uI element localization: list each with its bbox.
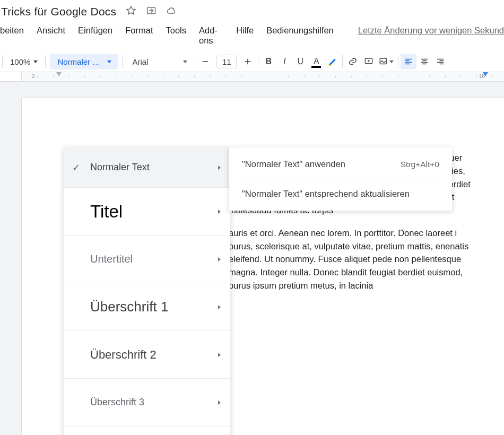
menu-bar: beiten Ansicht Einfügen Format Tools Add… [0, 22, 504, 51]
insert-comment-button[interactable] [361, 54, 377, 69]
style-menu-item[interactable]: Überschrift 2 [64, 331, 230, 379]
menu-hilfe[interactable]: Hilfe [236, 25, 254, 46]
check-icon: ✓ [72, 162, 80, 173]
submenu-label: "Normaler Text" anwenden [242, 159, 345, 169]
font-family-label: Arial [132, 57, 148, 66]
chevron-right-icon [218, 304, 221, 310]
style-menu-item[interactable]: Untertitel [64, 236, 230, 283]
style-menu-label: Titel [90, 202, 123, 222]
italic-button[interactable]: I [276, 54, 292, 69]
submenu-shortcut: Strg+Alt+0 [401, 160, 439, 169]
paragraph-style-menu: ✓Normaler TextTitelUntertitelÜberschrift… [64, 147, 230, 435]
decrease-font-button[interactable] [197, 54, 213, 69]
text-color-button[interactable]: A [308, 54, 324, 69]
chevron-right-icon [218, 399, 221, 406]
style-menu-item[interactable]: Optionen [64, 427, 230, 435]
style-menu-item[interactable]: Titel [64, 188, 230, 236]
star-icon[interactable] [126, 5, 136, 18]
zoom-value: 100% [10, 57, 30, 66]
paragraph-style-label: Normaler T... [57, 57, 102, 66]
underline-button[interactable]: U [292, 54, 308, 69]
style-menu-label: Überschrift 1 [90, 299, 168, 315]
style-menu-item[interactable]: ✓Normaler Text [64, 147, 230, 188]
zoom-combo[interactable]: 100% [5, 57, 43, 66]
increase-font-button[interactable] [240, 54, 256, 69]
style-menu-label: Untertitel [90, 253, 133, 265]
align-right-button[interactable] [432, 54, 448, 69]
align-center-button[interactable] [416, 54, 432, 69]
document-title[interactable]: Tricks für Google Docs [0, 5, 116, 18]
toolbar: 100% Normaler T... Arial B I U A [0, 51, 504, 72]
menu-einfuegen[interactable]: Einfügen [78, 25, 112, 46]
font-size-input[interactable] [216, 55, 237, 68]
bold-button[interactable]: B [260, 54, 276, 69]
style-menu-item[interactable]: Überschrift 3 [64, 379, 230, 427]
style-menu-label: Normaler Text [90, 162, 150, 173]
ruler-ticks: · · · · · · · · · · · · · · · · · · · · … [21, 72, 504, 81]
last-change-link[interactable]: Letzte Änderung vor wenigen Sekund [358, 25, 504, 46]
insert-link-button[interactable] [345, 54, 361, 69]
style-menu-label: Überschrift 2 [90, 348, 157, 362]
ruler[interactable]: 2 16 · · · · · · · · · · · · · · · · · ·… [0, 72, 504, 82]
highlight-button[interactable] [324, 54, 340, 69]
canvas: Veranschaulichung der Funktionen in Goog… [0, 82, 504, 435]
style-menu-item[interactable]: Überschrift 1 [64, 283, 230, 331]
submenu-apply-style[interactable]: "Normaler Text" anwenden Strg+Alt+0 [229, 152, 452, 177]
submenu-update-style[interactable]: "Normaler Text" entsprechend aktualisier… [229, 181, 452, 206]
title-bar: Tricks für Google Docs [0, 0, 504, 22]
submenu-label: "Normaler Text" entsprechend aktualisier… [242, 189, 410, 199]
chevron-down-icon [33, 60, 38, 63]
submenu-divider [239, 179, 442, 179]
style-menu-label: Überschrift 3 [90, 397, 144, 408]
align-left-button[interactable] [401, 54, 416, 69]
paragraph[interactable]: auris et orci. Aenean nec lorem. In port… [229, 227, 477, 292]
menu-bedienungshilfen[interactable]: Bedienungshilfen [266, 25, 334, 46]
chevron-right-icon [218, 164, 221, 171]
chevron-right-icon [218, 208, 221, 215]
menu-addons[interactable]: Add-ons [199, 25, 223, 46]
cloud-icon[interactable] [166, 5, 177, 18]
chevron-down-icon [389, 60, 394, 63]
paragraph-style-submenu: "Normaler Text" anwenden Strg+Alt+0 "Nor… [229, 147, 452, 211]
menu-bearbeiten[interactable]: beiten [0, 25, 24, 46]
move-icon[interactable] [146, 5, 157, 18]
chevron-right-icon [218, 352, 221, 358]
insert-image-button[interactable] [377, 54, 396, 69]
title-icons [126, 5, 177, 18]
paragraph-style-combo[interactable]: Normaler T... [50, 54, 118, 69]
chevron-right-icon [218, 256, 221, 263]
menu-tools[interactable]: Tools [166, 25, 186, 46]
chevron-down-icon [183, 60, 187, 63]
font-family-combo[interactable]: Arial [125, 57, 193, 66]
chevron-down-icon [107, 60, 111, 63]
menu-format[interactable]: Format [125, 25, 153, 46]
menu-ansicht[interactable]: Ansicht [37, 25, 65, 46]
